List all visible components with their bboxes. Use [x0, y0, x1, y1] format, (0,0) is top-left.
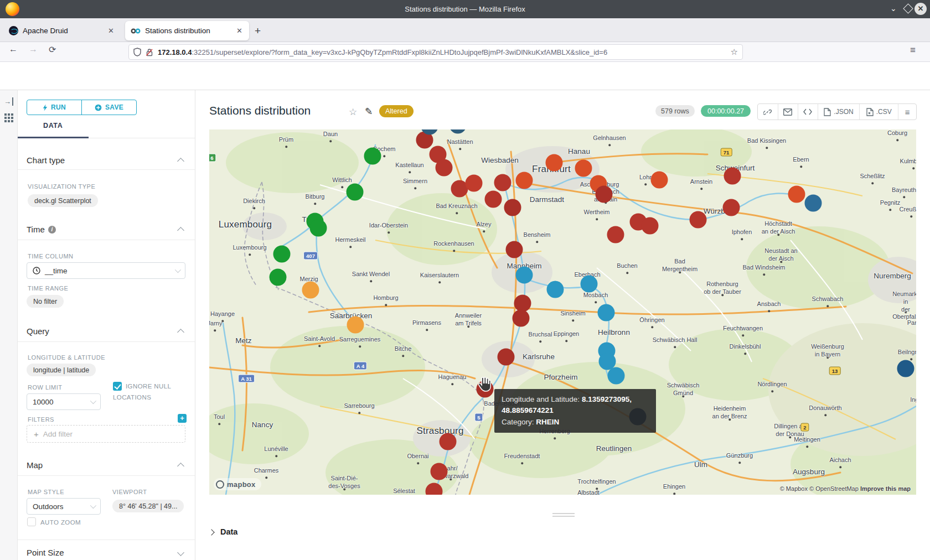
forward-button[interactable]: → [29, 44, 38, 54]
reload-button[interactable]: ⟳ [49, 44, 56, 55]
collapse-chevron-icon[interactable] [177, 158, 184, 165]
tab-stations-distribution[interactable]: Stations distribution ✕ [125, 21, 249, 40]
collapse-chevron-icon[interactable] [177, 463, 184, 470]
map-city-label: Kulmbach [900, 158, 916, 165]
chevron-down-icon [175, 267, 181, 273]
scatter-point[interactable] [347, 317, 364, 334]
menu-hamburger-icon[interactable]: ≡ [910, 45, 916, 56]
scatter-point[interactable] [270, 269, 287, 286]
scatter-point[interactable] [516, 172, 533, 189]
tab-close-icon[interactable]: ✕ [235, 27, 244, 35]
ignore-null-checkbox[interactable] [113, 382, 122, 391]
scatter-point[interactable] [607, 226, 624, 243]
url-bar[interactable]: 172.18.0.4:32251/superset/explore/?form_… [128, 44, 743, 60]
back-button[interactable]: ← [9, 44, 18, 54]
collapse-chevron-icon[interactable] [177, 227, 184, 234]
expand-datasource-icon[interactable]: → [4, 97, 13, 106]
scatter-point[interactable] [581, 276, 598, 293]
scatter-point[interactable] [575, 160, 592, 177]
scatter-point[interactable] [504, 199, 521, 216]
collapse-chevron-icon[interactable] [177, 329, 184, 336]
embed-code-button[interactable] [798, 104, 818, 120]
scatter-point[interactable] [485, 191, 502, 208]
insecure-lock-icon[interactable] [146, 48, 153, 56]
scatter-point[interactable] [897, 360, 914, 377]
auto-zoom-checkbox[interactable] [27, 517, 36, 526]
scatter-point[interactable] [347, 184, 364, 201]
add-filter-box[interactable]: + Add filter [27, 425, 185, 443]
scatter-point[interactable] [466, 175, 483, 192]
scatter-point[interactable] [494, 174, 512, 191]
dataset-grid-icon[interactable] [4, 113, 13, 122]
expand-chevron-icon[interactable] [177, 549, 184, 556]
map-canvas[interactable]: Longitude and Latitude: 8.1359273095, 48… [209, 129, 916, 495]
scatter-point[interactable] [498, 349, 515, 366]
tab-data[interactable]: DATA [43, 122, 63, 129]
window-close-icon[interactable]: ✕ [914, 3, 927, 15]
row-limit-label: ROW LIMIT [28, 384, 63, 391]
scatter-point[interactable] [547, 281, 564, 298]
section-point-size[interactable]: Point Size [27, 548, 64, 557]
new-tab-button[interactable]: + [255, 25, 261, 37]
section-map[interactable]: Map [27, 460, 43, 470]
town-dot [771, 390, 773, 392]
tab-apache-druid[interactable]: Apache Druid ✕ [3, 21, 121, 40]
road-shield: A 4 [354, 362, 367, 370]
time-column-select[interactable]: __time [27, 262, 185, 279]
scatter-point[interactable] [302, 282, 319, 299]
map-city-label: Daun [323, 131, 338, 138]
town-dot [265, 476, 267, 479]
save-button[interactable]: SAVE [81, 100, 136, 115]
scatter-point[interactable] [436, 159, 453, 177]
map-style-select[interactable]: Outdoors [27, 498, 101, 515]
scatter-point[interactable] [651, 172, 668, 189]
scatter-point[interactable] [440, 433, 457, 450]
map-city-label: Schwäbisch Hall [653, 336, 698, 344]
panel-drag-handle[interactable] [552, 513, 575, 517]
scatter-point[interactable] [723, 199, 740, 216]
scatter-point[interactable] [506, 241, 523, 258]
scatter-point[interactable] [805, 195, 822, 212]
scatter-point[interactable] [608, 367, 625, 385]
scatter-point[interactable] [690, 211, 707, 229]
email-button[interactable] [778, 104, 798, 120]
section-query[interactable]: Query [27, 326, 49, 336]
window-minimize-icon[interactable]: ⌄ [890, 4, 897, 13]
scatter-point[interactable] [596, 186, 613, 203]
scatter-point[interactable] [513, 310, 530, 327]
scatter-point[interactable] [364, 148, 381, 165]
data-panel-toggle[interactable]: Data [220, 527, 237, 536]
share-link-button[interactable] [758, 104, 778, 120]
scatter-point[interactable] [273, 246, 291, 263]
time-range-value[interactable]: No filter [27, 295, 64, 308]
scatter-point[interactable] [788, 186, 805, 203]
add-filter-plus-button[interactable]: + [178, 414, 187, 423]
section-chart-type[interactable]: Chart type [27, 155, 65, 165]
row-limit-select[interactable]: 10000 [27, 393, 101, 410]
run-button[interactable]: RUN [27, 100, 81, 115]
data-panel-chevron-icon[interactable] [208, 529, 214, 535]
scatter-point[interactable] [642, 217, 659, 235]
scatter-point[interactable] [310, 220, 327, 237]
tab-close-icon[interactable]: ✕ [107, 27, 115, 35]
town-dot [314, 203, 316, 205]
mapbox-logo[interactable]: mapbox [214, 478, 261, 490]
viewport-value[interactable]: 8° 46' 45.28" | 49... [112, 500, 184, 512]
scatter-point[interactable] [598, 304, 615, 322]
improve-map-link[interactable]: Improve this map [860, 485, 911, 492]
favorite-star-icon[interactable]: ☆ [349, 106, 357, 118]
scatter-point[interactable] [724, 168, 741, 185]
scatter-point[interactable] [516, 267, 533, 284]
export-json-button[interactable]: .JSON [818, 104, 860, 120]
scatter-point[interactable] [546, 154, 563, 172]
lonlat-value[interactable]: longitude | latitude [27, 364, 96, 376]
bookmark-star-icon[interactable]: ☆ [731, 47, 738, 57]
export-csv-button[interactable]: .CSV [859, 104, 898, 120]
shield-permissions-icon[interactable] [133, 48, 141, 56]
altered-badge[interactable]: Altered [379, 105, 414, 117]
section-time[interactable]: Timei [27, 225, 56, 234]
more-menu-icon[interactable]: ≡ [898, 104, 916, 120]
scatter-point[interactable] [431, 463, 448, 480]
viz-type-value[interactable]: deck.gl Scatterplot [28, 194, 98, 207]
edit-properties-icon[interactable]: ✎ [365, 106, 373, 117]
